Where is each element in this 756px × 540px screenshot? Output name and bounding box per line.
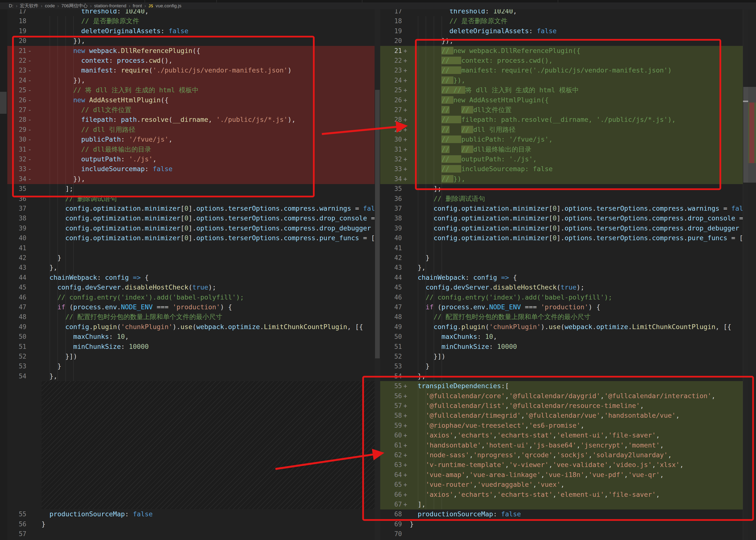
code-text[interactable]: threshold: 10240, bbox=[410, 9, 517, 16]
breadcrumb-item[interactable]: code bbox=[45, 3, 55, 9]
code-text[interactable]: // new AddAssetHtmlPlugin({ bbox=[410, 95, 549, 105]
code-line[interactable]: 52 }]) bbox=[7, 351, 375, 361]
code-text[interactable]: // 删除调试语句 bbox=[42, 194, 117, 203]
code-line[interactable]: 20 }), bbox=[380, 36, 743, 46]
code-line[interactable]: 17 threshold: 10240, bbox=[7, 9, 375, 16]
code-line[interactable]: 29- // dll 引用路径 bbox=[7, 125, 375, 135]
code-line[interactable]: 34- }), bbox=[7, 174, 375, 184]
code-text[interactable]: } bbox=[42, 253, 61, 263]
code-line[interactable]: 41 bbox=[7, 243, 375, 253]
code-text[interactable]: productionSourceMap: false bbox=[42, 509, 153, 519]
code-text[interactable]: config.plugin('chunkPlugin').use(webpack… bbox=[410, 322, 731, 332]
code-line[interactable]: 25- // 将 dll 注入到 生成的 html 模板中 bbox=[7, 85, 375, 95]
code-line[interactable]: 33+ // includeSourcemap: false bbox=[380, 164, 743, 174]
code-line[interactable]: 53 } bbox=[380, 361, 743, 371]
breadcrumb-item[interactable]: D: bbox=[9, 3, 13, 9]
code-line[interactable]: 45 config.devServer.disableHostCheck(tru… bbox=[380, 282, 743, 293]
code-line[interactable]: 34+ // }), bbox=[380, 174, 743, 184]
code-text[interactable]: config.optimization.minimizer[0].options… bbox=[42, 213, 375, 223]
code-text[interactable]: threshold: 10240, bbox=[42, 9, 149, 16]
code-text[interactable]: config.devServer.disableHostCheck(true); bbox=[410, 282, 584, 292]
code-line[interactable]: 35 ]; bbox=[380, 184, 743, 194]
code-text[interactable]: // 是否删除原文件 bbox=[42, 16, 139, 26]
code-line[interactable]: 69} bbox=[380, 519, 743, 529]
breadcrumb-filename[interactable]: vue.config.js bbox=[156, 3, 181, 9]
code-line[interactable]: 49 config.plugin('chunkPlugin').use(webp… bbox=[7, 322, 375, 332]
code-line[interactable]: 64+ 'vue-amap','vue-area-linkage','vue-i… bbox=[380, 470, 743, 480]
code-line[interactable]: 47 if (process.env.NODE_ENV === 'product… bbox=[380, 302, 743, 312]
code-line[interactable]: 55 productionSourceMap: false bbox=[7, 509, 375, 519]
code-text[interactable]: productionSourceMap: false bbox=[410, 509, 521, 519]
code-line[interactable]: 56+ '@fullcalendar/core','@fullcalendar/… bbox=[380, 391, 743, 401]
code-text[interactable]: config.optimization.minimizer[0].options… bbox=[42, 233, 375, 243]
code-line[interactable]: 39 config.optimization.minimizer[0].opti… bbox=[380, 223, 743, 233]
code-line[interactable]: 32+ // outputPath: './js', bbox=[380, 154, 743, 164]
code-text[interactable]: // context: process.cwd(), bbox=[410, 56, 552, 66]
code-line[interactable]: 17 threshold: 10240, bbox=[380, 9, 743, 16]
breadcrumb-item[interactable]: 宏天软件 bbox=[20, 3, 38, 9]
code-text[interactable]: config.optimization.minimizer[0].options… bbox=[410, 223, 743, 233]
code-text[interactable]: 'axios','echarts','echarts-stat','elemen… bbox=[410, 430, 660, 440]
code-line[interactable]: 65+ 'vue-router','vuedraggable','vuex', bbox=[380, 480, 743, 490]
code-line[interactable]: 50 maxChunks: 10, bbox=[7, 332, 375, 342]
code-text[interactable]: // 是否删除原文件 bbox=[410, 16, 508, 26]
code-text[interactable]: manifest: require('./public/js/vendor-ma… bbox=[42, 66, 292, 75]
code-text[interactable]: config.optimization.minimizer[0].options… bbox=[42, 223, 375, 233]
code-line[interactable]: 22+ // context: process.cwd(), bbox=[380, 56, 743, 66]
code-line[interactable]: 53 } bbox=[7, 361, 375, 371]
code-text[interactable]: 'handsontable','hotent-ui','js-base64','… bbox=[410, 440, 664, 450]
code-text[interactable]: '@fullcalendar/core','@fullcalendar/dayg… bbox=[410, 391, 715, 401]
code-line[interactable]: 26- new AddAssetHtmlPlugin({ bbox=[7, 95, 375, 105]
code-text[interactable]: 'node-sass','nprogress','qrcode','sockjs… bbox=[410, 450, 672, 460]
code-text[interactable]: } bbox=[410, 361, 429, 371]
code-text[interactable]: // 删除调试语句 bbox=[410, 194, 485, 203]
code-line[interactable]: 37 config.optimization.minimizer[0].opti… bbox=[380, 203, 743, 213]
code-text[interactable]: new AddAssetHtmlPlugin({ bbox=[42, 95, 169, 105]
code-line[interactable]: 47 if (process.env.NODE_ENV === 'product… bbox=[7, 302, 375, 312]
code-text[interactable]: config.optimization.minimizer[0].options… bbox=[410, 233, 743, 243]
code-line[interactable]: 57+ '@fullcalendar/list','@fullcalendar/… bbox=[380, 401, 743, 411]
code-text[interactable]: // dll最终输出的目录 bbox=[42, 145, 151, 154]
code-text[interactable]: }), bbox=[42, 75, 85, 85]
right-editor-scrollbar[interactable] bbox=[743, 9, 748, 540]
scrollbar-thumb[interactable] bbox=[375, 90, 380, 358]
code-line[interactable]: 20 }), bbox=[7, 36, 375, 46]
code-text[interactable]: }), bbox=[42, 174, 85, 184]
code-text[interactable]: // 配置打包时分包的数量上限和单个文件的最小尺寸 bbox=[410, 312, 590, 322]
code-text[interactable]: // includeSourcemap: false bbox=[410, 164, 552, 174]
code-line[interactable]: 42 } bbox=[380, 253, 743, 263]
code-line[interactable]: 41 bbox=[380, 243, 743, 253]
code-line[interactable]: 26+ // new AddAssetHtmlPlugin({ bbox=[380, 95, 743, 105]
code-line[interactable]: 50 maxChunks: 10, bbox=[380, 332, 743, 342]
code-text[interactable]: // dll 引用路径 bbox=[42, 125, 135, 135]
code-text[interactable]: filepath: path.resolve(__dirname, './pub… bbox=[42, 115, 295, 124]
code-line[interactable]: 58+ '@fullcalendar/timegrid','@fullcalen… bbox=[380, 411, 743, 421]
code-line[interactable]: 39 config.optimization.minimizer[0].opti… bbox=[7, 223, 375, 233]
code-text[interactable]: // publicPath: '/fvue/js', bbox=[410, 135, 552, 144]
code-line[interactable]: 45 config.devServer.disableHostCheck(tru… bbox=[7, 282, 375, 293]
code-line[interactable]: 61+ 'handsontable','hotent-ui','js-base6… bbox=[380, 440, 743, 451]
code-text[interactable]: }]) bbox=[42, 351, 77, 361]
code-line[interactable]: 35 ]; bbox=[7, 184, 375, 194]
code-text[interactable]: // // 将 dll 注入到 生成的 html 模板中 bbox=[410, 85, 579, 95]
breadcrumb-item[interactable]: station-frontend bbox=[94, 3, 126, 9]
code-line[interactable]: 24- }), bbox=[7, 75, 375, 85]
code-line[interactable]: 66+ 'axios','echarts','echarts-stat','el… bbox=[380, 490, 743, 500]
code-line[interactable]: 38 config.optimization.minimizer[0].opti… bbox=[380, 213, 743, 223]
code-text[interactable]: config.devServer.disableHostCheck(true); bbox=[42, 282, 216, 292]
code-line[interactable]: 31+ // // dll最终输出的目录 bbox=[380, 145, 743, 155]
code-text[interactable]: maxChunks: 10, bbox=[410, 332, 497, 341]
code-line[interactable]: 19 deleteOriginalAssets: false bbox=[7, 26, 375, 36]
code-line[interactable]: 62+ 'node-sass','nprogress','qrcode','so… bbox=[380, 450, 743, 460]
code-line[interactable]: 49 config.plugin('chunkPlugin').use(webp… bbox=[380, 322, 743, 332]
code-line[interactable]: 60+ 'axios','echarts','echarts-stat','el… bbox=[380, 430, 743, 440]
code-text[interactable]: publicPath: '/fvue/js', bbox=[42, 135, 172, 144]
code-line[interactable]: 59+ '@riophae/vue-treeselect','es6-promi… bbox=[380, 421, 743, 431]
code-line[interactable]: 46 // config.entry('index').add('babel-p… bbox=[7, 293, 375, 303]
code-line[interactable]: 40 config.optimization.minimizer[0].opti… bbox=[7, 233, 375, 243]
code-line[interactable]: 29+ // // dll 引用路径 bbox=[380, 125, 743, 135]
code-text[interactable]: // config.entry('index').add('babel-poly… bbox=[42, 293, 244, 302]
code-line[interactable]: 70 bbox=[380, 529, 743, 539]
code-text[interactable]: }]) bbox=[410, 351, 445, 361]
code-line[interactable]: 44 chainWebpack: config => { bbox=[7, 273, 375, 283]
